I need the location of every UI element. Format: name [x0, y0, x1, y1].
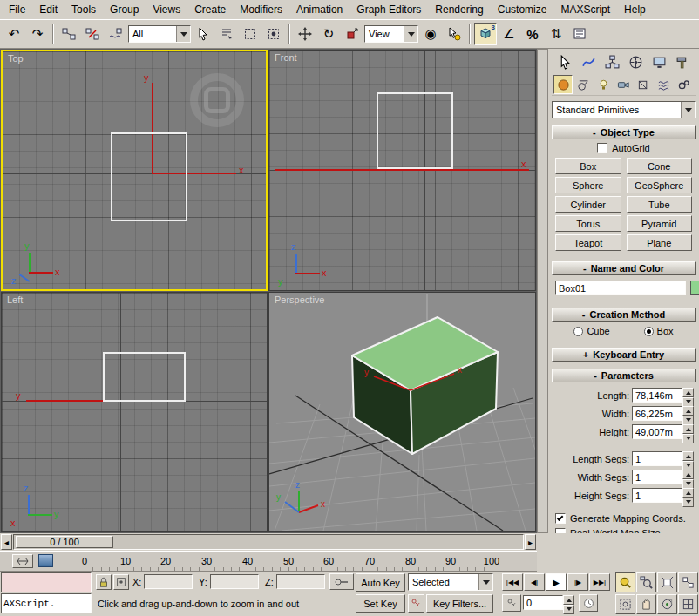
tube-button[interactable]: Tube — [627, 196, 693, 213]
helpers-category-icon[interactable] — [635, 75, 654, 94]
utilities-tab-icon[interactable] — [673, 52, 692, 71]
primitive-category-dropdown[interactable]: Standard Primitives — [552, 101, 696, 118]
width-field[interactable] — [632, 406, 682, 421]
time-slider-left-arrow[interactable]: ◂ — [1, 534, 12, 550]
viewport-front[interactable]: Front x z x y — [268, 50, 536, 291]
menu-edit[interactable]: Edit — [32, 1, 64, 18]
snaps-toggle-icon[interactable]: 3 — [474, 23, 497, 45]
plane-button[interactable]: Plane — [627, 234, 693, 251]
shapes-category-icon[interactable] — [573, 75, 593, 94]
menu-graph-editors[interactable]: Graph Editors — [350, 1, 428, 18]
select-object-icon[interactable] — [192, 23, 214, 45]
length-segs-field[interactable] — [632, 451, 682, 466]
menu-help[interactable]: Help — [617, 1, 653, 18]
y-coordinate-field[interactable] — [210, 574, 259, 589]
menu-customize[interactable]: Customize — [491, 1, 554, 18]
zoom-region-icon[interactable] — [615, 594, 635, 614]
width-segs-field[interactable] — [632, 470, 682, 484]
arc-rotate-icon[interactable] — [657, 594, 677, 614]
create-tab-icon[interactable] — [555, 52, 574, 71]
pan-icon[interactable] — [636, 594, 656, 614]
box-button[interactable]: Box — [555, 158, 621, 174]
time-configuration-icon[interactable] — [579, 594, 598, 612]
command-panel-scrollbar[interactable] — [537, 49, 548, 533]
object-color-swatch[interactable] — [690, 281, 699, 295]
window-crossing-toggle-icon[interactable] — [262, 23, 285, 45]
rollout-parameters[interactable]: - Parameters — [552, 369, 696, 382]
dropdown-arrow-icon[interactable] — [478, 574, 492, 590]
go-to-end-icon[interactable]: ▶▶| — [589, 573, 610, 591]
selection-lock-icon[interactable] — [96, 574, 112, 590]
menu-maxscript[interactable]: MAXScript — [553, 1, 617, 18]
absolute-offset-toggle-icon[interactable] — [113, 574, 129, 590]
display-tab-icon[interactable] — [649, 52, 668, 71]
cameras-category-icon[interactable] — [614, 75, 633, 94]
rectangular-selection-region-icon[interactable] — [239, 23, 261, 45]
zoom-extents-icon[interactable] — [657, 572, 677, 592]
select-and-manipulate-icon[interactable] — [443, 23, 465, 45]
length-spinner[interactable] — [682, 388, 694, 403]
spinner-snap-icon[interactable]: ⇅ — [545, 23, 567, 45]
box-object-wireframe[interactable] — [377, 92, 453, 169]
time-slider-right-arrow[interactable]: ▸ — [525, 534, 536, 550]
cylinder-button[interactable]: Cylinder — [555, 196, 621, 213]
timeline-frame-marker[interactable] — [38, 554, 53, 567]
menu-rendering[interactable]: Rendering — [428, 1, 490, 18]
unlink-selection-icon[interactable] — [81, 23, 104, 45]
select-and-rotate-icon[interactable]: ↻ — [317, 23, 340, 45]
generate-mapping-checkbox[interactable] — [555, 513, 566, 524]
edit-named-selection-sets-icon[interactable] — [568, 23, 591, 45]
box-object-wireframe[interactable] — [111, 132, 187, 221]
dropdown-arrow-icon[interactable] — [404, 26, 417, 42]
selection-filter-dropdown[interactable]: All — [128, 25, 191, 43]
length-segs-spinner[interactable] — [682, 451, 694, 466]
systems-category-icon[interactable] — [675, 75, 694, 94]
real-world-map-checkbox[interactable] — [555, 528, 566, 533]
current-frame-field[interactable] — [523, 595, 563, 610]
autogrid-checkbox[interactable] — [597, 143, 607, 153]
menu-views[interactable]: Views — [146, 1, 187, 18]
zoom-extents-all-icon[interactable] — [678, 572, 698, 592]
cube-radio[interactable] — [573, 327, 583, 336]
bind-to-space-warp-icon[interactable] — [105, 23, 127, 45]
menu-modifiers[interactable]: Modifiers — [233, 1, 289, 18]
percent-snap-icon[interactable]: % — [521, 23, 544, 45]
cone-button[interactable]: Cone — [627, 158, 693, 174]
box-radio[interactable] — [644, 327, 654, 336]
lights-category-icon[interactable] — [594, 75, 613, 94]
width-segs-spinner[interactable] — [682, 470, 694, 484]
set-key-button[interactable]: Set Key — [356, 594, 405, 613]
undo-icon[interactable]: ↶ — [3, 23, 25, 45]
geometry-category-icon[interactable] — [553, 75, 573, 94]
menu-animation[interactable]: Animation — [289, 1, 350, 18]
redo-icon[interactable]: ↷ — [26, 23, 49, 45]
zoom-icon[interactable] — [615, 572, 635, 592]
use-pivot-point-center-icon[interactable]: ◉ — [419, 23, 442, 45]
menu-group[interactable]: Group — [103, 1, 146, 18]
mini-trackbar-icon[interactable] — [12, 554, 33, 568]
box-radio-item[interactable]: Box — [644, 326, 674, 336]
geosphere-button[interactable]: GeoSphere — [627, 177, 693, 193]
offset-mode-toggle-icon[interactable] — [329, 573, 354, 590]
zoom-all-icon[interactable] — [636, 572, 656, 592]
angle-snap-icon[interactable]: ∠ — [498, 23, 520, 45]
menu-file[interactable]: File — [2, 1, 32, 18]
cube-radio-item[interactable]: Cube — [573, 326, 609, 336]
key-filters-button[interactable]: Key Filters... — [426, 594, 493, 613]
menu-create[interactable]: Create — [187, 1, 233, 18]
auto-key-button[interactable]: Auto Key — [356, 573, 405, 592]
previous-frame-icon[interactable]: ◀| — [524, 573, 545, 591]
viewport-top[interactable]: Top y x y x z — [1, 50, 268, 291]
object-name-field[interactable] — [555, 281, 686, 295]
sphere-button[interactable]: Sphere — [555, 177, 621, 193]
set-keys-icon[interactable] — [408, 594, 424, 613]
time-slider-handle[interactable]: 0 / 100 — [16, 536, 113, 548]
height-segs-field[interactable] — [632, 488, 682, 503]
rollout-keyboard-entry[interactable]: + Keyboard Entry — [552, 348, 696, 362]
viewport-left-label[interactable]: Left — [7, 294, 23, 305]
maxscript-listener-pane[interactable]: AXScript. — [1, 593, 92, 613]
teapot-button[interactable]: Teapot — [555, 234, 621, 251]
motion-tab-icon[interactable] — [626, 52, 645, 71]
next-frame-icon[interactable]: |▶ — [567, 573, 588, 591]
perspective-scene[interactable]: y x z x y — [269, 293, 535, 531]
